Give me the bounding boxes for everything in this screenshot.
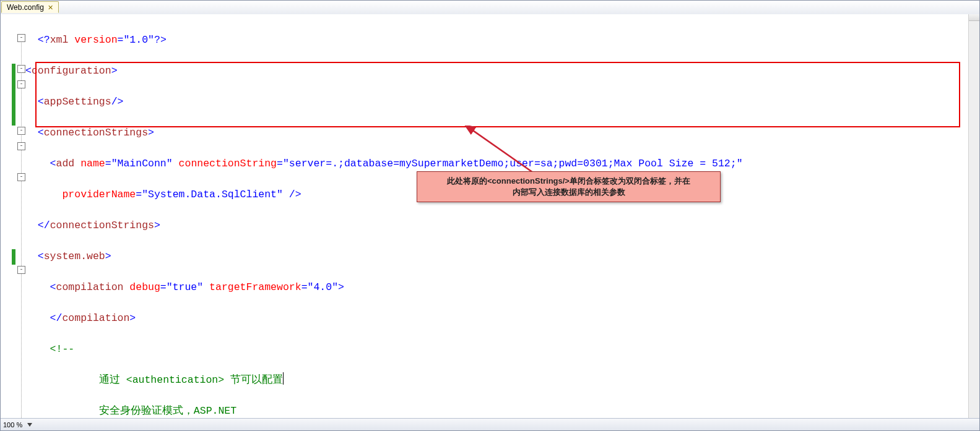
callout-line1: 此处将原的<connectionStrings/>单闭合标签改为双闭合标签，并在 <box>425 176 713 187</box>
attr-connectionstring: connectionString <box>179 158 277 169</box>
callout-line2: 内部写入连接数据库的相关参数 <box>425 187 713 198</box>
outline-collapse-icon[interactable]: - <box>17 34 25 42</box>
val-debug: "true" <box>167 281 203 293</box>
val-targetframework: "4.0" <box>308 281 339 293</box>
xml-decl-name: xml <box>50 34 69 46</box>
tag-compilation-open: compilation <box>56 281 124 293</box>
tag-configuration: configuration <box>32 65 111 77</box>
comment-text: 通过 <authentication> 节可以配置 <box>99 374 283 386</box>
val-version: "1.0" <box>123 34 154 46</box>
callout-box: 此处将原的<connectionStrings/>单闭合标签改为双闭合标签，并在… <box>417 171 721 202</box>
comment-open: <!-- <box>50 343 75 355</box>
status-bar: 100 % <box>1 418 979 430</box>
code-editor[interactable]: - - - - - - - <?xml version="1.0"?> <con… <box>1 14 979 418</box>
outline-line <box>21 35 22 418</box>
outline-collapse-icon[interactable]: - <box>17 80 25 88</box>
text-caret <box>283 372 284 385</box>
file-tab-web-config[interactable]: Web.config ✕ <box>1 1 59 13</box>
outline-collapse-icon[interactable]: - <box>17 266 25 274</box>
attr-debug: debug <box>129 281 160 293</box>
change-bar <box>12 249 15 265</box>
val-connectionstring: "server=.;database=mySupermarketDemo;use… <box>283 158 743 169</box>
editor-window: Web.config ✕ - - - - - - - <?xml version… <box>0 0 980 431</box>
tag-add: add <box>56 158 75 169</box>
file-tab-label: Web.config <box>7 3 44 12</box>
outline-collapse-icon[interactable]: - <box>17 65 25 73</box>
tag-appsettings: appSettings <box>44 96 111 108</box>
outline-collapse-icon[interactable]: - <box>17 127 25 135</box>
close-icon[interactable]: ✕ <box>48 4 53 11</box>
xml-decl-open: <? <box>38 34 50 46</box>
code-content[interactable]: <?xml version="1.0"?> <configuration> <a… <box>25 17 968 418</box>
val-providername: "System.Data.SqlClient" <box>142 189 283 200</box>
tag-system-web: system.web <box>44 250 105 262</box>
tab-strip: Web.config ✕ <box>1 1 979 15</box>
outline-collapse-icon[interactable]: - <box>17 142 25 150</box>
tag-compilation-close: compilation <box>62 312 129 324</box>
zoom-dropdown-icon[interactable] <box>27 423 32 427</box>
attr-version: version <box>74 34 117 46</box>
zoom-level[interactable]: 100 % <box>3 421 22 429</box>
attr-targetframework: targetFramework <box>209 281 301 293</box>
xml-decl-close: ?> <box>154 34 167 46</box>
outline-collapse-icon[interactable]: - <box>17 173 25 181</box>
attr-providername: providerName <box>62 189 136 200</box>
change-bar <box>12 64 15 126</box>
tag-connectionstrings-close: connectionStrings <box>50 220 154 231</box>
split-handle[interactable] <box>969 14 979 21</box>
val-name: "MainConn" <box>111 158 173 169</box>
attr-name: name <box>80 158 105 169</box>
vertical-scrollbar[interactable] <box>968 14 979 418</box>
tag-connectionstrings-open: connectionStrings <box>44 127 148 139</box>
comment-text: 安全身份验证模式，ASP.NET <box>99 405 236 417</box>
